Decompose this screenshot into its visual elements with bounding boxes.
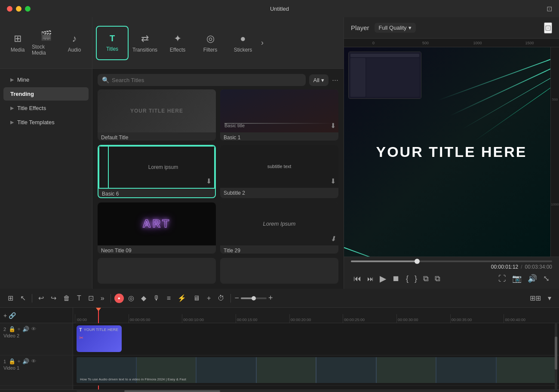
toolbar-more-arrow[interactable]: › bbox=[259, 38, 265, 47]
mark-out-button[interactable]: } bbox=[412, 273, 420, 285]
track-labels: + 🔗 2 🔒 + 🔊 👁 Video 2 1 🔒 + bbox=[0, 308, 73, 389]
title-thumb-title29: Lorem Ipsum ⬇ bbox=[220, 202, 338, 245]
download-icon-basic6: ⬇ bbox=[206, 177, 212, 185]
sidebar-item-title-templates[interactable]: ▶ Title Templates bbox=[3, 116, 89, 129]
toolbar-item-filters[interactable]: ◎ Filters bbox=[194, 26, 227, 60]
title-card-title29[interactable]: Lorem Ipsum ⬇ Title 29 bbox=[220, 202, 338, 254]
download-icon-title29: ⬇ bbox=[330, 235, 336, 243]
neon-line-5 bbox=[474, 82, 559, 141]
title-clip-text: YOUR TITLE HERE bbox=[84, 328, 118, 332]
tl-list-button[interactable]: ≡ bbox=[164, 293, 173, 304]
title-thumb-basic1: Basic title ⬇ bbox=[220, 89, 338, 132]
video-preview: YOUR TITLE HERE 500 1000 bbox=[344, 47, 559, 257]
zoom-slider[interactable] bbox=[241, 297, 267, 299]
toolbar-item-effects[interactable]: ✦ Effects bbox=[161, 26, 194, 60]
tl-mark-25: 00:00:25:00 bbox=[343, 314, 396, 323]
toolbar-item-media[interactable]: ⊞ Media bbox=[3, 26, 32, 60]
sidebar-item-mine[interactable]: ▶ Mine bbox=[3, 73, 89, 86]
quality-label: Full Quality bbox=[379, 24, 407, 31]
title-card-neon09[interactable]: ART Neon Title 09 bbox=[98, 202, 216, 254]
track-number-1: 1 bbox=[3, 359, 6, 364]
tl-redo-button[interactable]: ↪ bbox=[48, 292, 59, 304]
track-volume-button-1[interactable]: 🔊 bbox=[22, 358, 29, 364]
tl-crop-button[interactable]: ⊡ bbox=[86, 292, 96, 304]
transitions-label: Transitions bbox=[132, 47, 157, 53]
video-clip[interactable]: How To use Audio driven text to a video … bbox=[77, 357, 556, 383]
toolbar-item-transitions[interactable]: ⇄ Transitions bbox=[129, 26, 161, 60]
maximize-button[interactable] bbox=[25, 6, 31, 12]
tl-speed-button[interactable]: ⏱ bbox=[215, 293, 227, 304]
tl-scrollbar[interactable] bbox=[555, 323, 557, 389]
clip-menu2-button[interactable]: ⧉ bbox=[432, 273, 443, 285]
subtitle-text: subtitle text bbox=[267, 164, 292, 169]
mini-nav bbox=[350, 58, 366, 97]
tl-undo-button[interactable]: ↩ bbox=[36, 292, 46, 304]
track-eye-button-2[interactable]: 👁 bbox=[31, 326, 37, 332]
link-button[interactable]: 🔗 bbox=[9, 312, 16, 319]
tl-audio-button[interactable]: 🎙 bbox=[150, 293, 163, 304]
neon-art-text: ART bbox=[143, 217, 171, 230]
tl-more-button[interactable]: ▾ bbox=[545, 292, 554, 304]
ruler-mark-500: 500 bbox=[399, 41, 452, 45]
filter-button[interactable]: All ▾ bbox=[309, 74, 329, 86]
bottom-scroll-track[interactable] bbox=[77, 390, 556, 392]
track-eye-button-1[interactable]: 👁 bbox=[31, 358, 37, 364]
toolbar-item-titles[interactable]: T Titles bbox=[96, 26, 129, 60]
zoom-in-button[interactable]: + bbox=[268, 294, 273, 303]
title-clip[interactable]: T YOUR TITLE HERE ✂ bbox=[77, 325, 122, 352]
track-lock-button-2[interactable]: 🔒 bbox=[9, 326, 15, 332]
add-track-button[interactable]: + bbox=[3, 312, 7, 319]
tl-ripple-button[interactable]: ⚡ bbox=[175, 292, 189, 304]
audio-button[interactable]: 🔊 bbox=[525, 272, 540, 285]
title-card-basic1[interactable]: Basic title ⬇ Basic 1 bbox=[220, 89, 338, 141]
title-card-default[interactable]: YOUR TITLE HERE Default Title bbox=[98, 89, 216, 141]
rewind-button[interactable]: ⏮ bbox=[351, 273, 364, 285]
search-input[interactable] bbox=[112, 77, 301, 83]
track-lock-button-1[interactable]: 🔒 bbox=[9, 358, 15, 364]
mark-in-button[interactable]: { bbox=[403, 273, 411, 285]
progress-bar[interactable] bbox=[351, 260, 552, 262]
track-row-video1: How To use Audio driven text to a video … bbox=[73, 355, 559, 386]
tl-addclip-button[interactable]: + bbox=[204, 293, 213, 304]
play-button[interactable]: ▶ bbox=[377, 272, 389, 285]
title-templates-label: Title Templates bbox=[17, 119, 55, 126]
titlebar-right: ⊡ bbox=[547, 5, 552, 13]
tl-text-button[interactable]: T bbox=[74, 293, 84, 304]
minimize-button[interactable] bbox=[16, 6, 22, 12]
time-separator: / bbox=[521, 264, 522, 270]
step-back-button[interactable]: ⏭ bbox=[365, 273, 376, 284]
media-icon: ⊞ bbox=[14, 33, 22, 44]
more-options-button[interactable]: ··· bbox=[332, 76, 338, 85]
tl-forward-button[interactable]: » bbox=[98, 293, 107, 304]
toolbar-item-stock[interactable]: 🎬 Stock Media bbox=[32, 26, 60, 60]
tl-grid-button[interactable]: ⊞ bbox=[5, 292, 16, 304]
title-card-basic6[interactable]: Lorem ipsum ⬇ Basic 6 bbox=[98, 145, 216, 198]
quality-select[interactable]: Full Quality ▾ bbox=[375, 23, 416, 33]
clip-menu-button[interactable]: ⧉ bbox=[421, 273, 431, 285]
track-volume-button-2[interactable]: 🔊 bbox=[22, 326, 29, 332]
snapshot-button[interactable]: 📷 bbox=[510, 272, 524, 285]
stop-button[interactable]: ⏹ bbox=[390, 273, 402, 285]
tl-mask-button[interactable]: ◆ bbox=[138, 292, 149, 304]
toolbar-item-audio[interactable]: ♪ Audio bbox=[60, 26, 89, 60]
fit-button[interactable]: ⤡ bbox=[541, 272, 552, 285]
tl-record-button[interactable]: ● bbox=[114, 294, 124, 303]
tl-delete-button[interactable]: 🗑 bbox=[61, 293, 73, 304]
tl-view-grid-button[interactable]: ⊞⊞ bbox=[527, 292, 544, 304]
sidebar-item-trending[interactable]: Trending bbox=[3, 87, 89, 101]
fullscreen-button[interactable]: ⛶ bbox=[496, 273, 509, 285]
zoom-dot bbox=[252, 296, 256, 300]
expand-button[interactable]: ⊡ bbox=[544, 22, 552, 34]
tl-motion-button[interactable]: ◎ bbox=[126, 292, 137, 304]
track-add-button-1[interactable]: + bbox=[17, 358, 21, 364]
transitions-icon: ⇄ bbox=[141, 33, 149, 44]
title-card-subtitle2[interactable]: subtitle text ⬇ Subtitle 2 bbox=[220, 145, 338, 198]
chevron-icon: ▶ bbox=[10, 77, 14, 83]
close-button[interactable] bbox=[7, 6, 12, 12]
tl-pointer-button[interactable]: ↖ bbox=[18, 292, 28, 304]
sidebar-item-title-effects[interactable]: ▶ Title Effects bbox=[3, 101, 89, 115]
zoom-out-button[interactable]: − bbox=[234, 294, 239, 303]
tl-screen-button[interactable]: 🖥 bbox=[190, 293, 203, 304]
track-add-button-2[interactable]: + bbox=[17, 326, 21, 332]
toolbar-item-stickers[interactable]: ● Stickers bbox=[227, 26, 259, 60]
